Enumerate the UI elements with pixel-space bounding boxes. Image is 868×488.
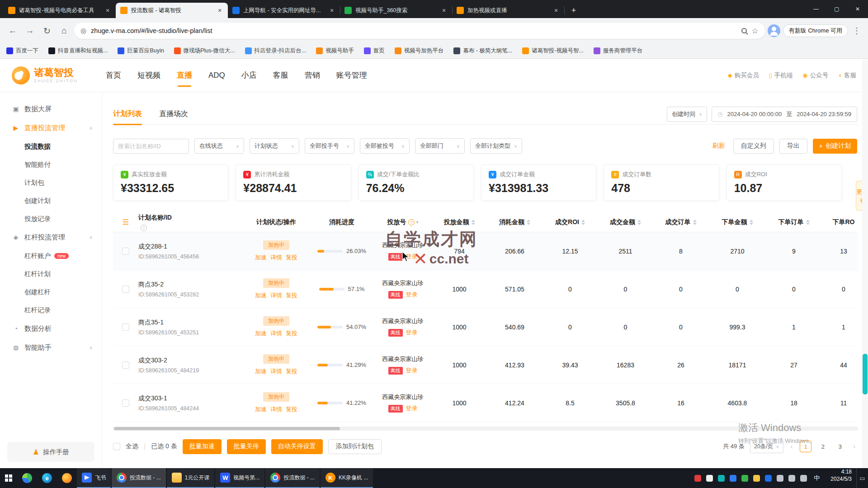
taskbar-app-folder[interactable]: 1元公开课 — [167, 468, 215, 488]
sort-icon[interactable] — [637, 220, 641, 225]
reload-icon[interactable]: ↻ — [40, 23, 54, 38]
row-checkbox[interactable] — [122, 361, 129, 369]
new-tab-button[interactable]: + — [568, 6, 580, 15]
tab-close-icon[interactable]: ✕ — [440, 8, 448, 14]
tray-icon[interactable] — [718, 475, 725, 482]
add-to-package-button[interactable]: 添加到计划包 — [328, 439, 382, 454]
reinvest-link[interactable]: 复投 — [286, 291, 297, 300]
tab-close-icon[interactable]: ✕ — [552, 8, 560, 14]
nav-account-management[interactable]: 账号管理 — [336, 59, 367, 92]
scrollbar-thumb[interactable] — [114, 427, 340, 430]
bookmark-item[interactable]: 视频号助手 — [316, 47, 354, 55]
reinvest-link[interactable]: 复投 — [286, 329, 297, 338]
tray-icon[interactable] — [800, 475, 807, 482]
official-account-link[interactable]: ◉公众号 — [802, 71, 828, 80]
tab-close-icon[interactable]: ✕ — [104, 8, 111, 14]
sort-icon[interactable] — [750, 220, 753, 225]
sidebar-item-lever-account[interactable]: 杠杆账户 new — [0, 247, 102, 265]
bookmark-item[interactable]: 微现场Plus-微信大... — [174, 47, 235, 55]
nav-adq[interactable]: ADQ — [208, 59, 225, 92]
sidebar-group-lever-delivery[interactable]: ◈ 杠杆投流管理 ∧ — [0, 228, 102, 247]
page-button-2[interactable]: 2 — [817, 441, 829, 452]
info-icon[interactable]: ? — [141, 225, 147, 231]
back-icon[interactable]: ← — [5, 23, 20, 38]
taskbar-app-pinned[interactable] — [17, 468, 37, 488]
reinvest-link[interactable]: 复投 — [286, 253, 297, 262]
sidebar-item-create-plan[interactable]: 创建计划 — [0, 192, 102, 210]
select-all-checkbox[interactable] — [113, 443, 120, 450]
info-icon[interactable]: ? — [408, 219, 415, 225]
table-row[interactable]: 成交303-2 ID:5896261005_484219 加热中 加速 详情 复… — [113, 346, 858, 384]
nav-short-video[interactable]: 短视频 — [137, 59, 160, 92]
detail-link[interactable]: 详情 — [270, 253, 282, 262]
browser-tab[interactable]: 加热视频或直播 ✕ — [452, 3, 564, 18]
search-input[interactable] — [113, 139, 189, 154]
bookmark-item[interactable]: 百度一下 — [6, 47, 38, 55]
taskbar-app-feishu[interactable]: 飞书 — [77, 468, 111, 488]
tray-icon[interactable] — [765, 475, 772, 482]
row-checkbox[interactable] — [122, 399, 129, 407]
table-row[interactable]: 成交303-1 ID:5896261005_484244 加热中 加速 详情 复… — [113, 384, 858, 422]
sidebar-item-smart-compensation[interactable]: 智能赔付 — [0, 155, 102, 174]
browser-tab[interactable]: 视频号助手_360搜索 ✕ — [340, 3, 452, 18]
tray-icon[interactable] — [706, 475, 713, 482]
minimize-button[interactable]: — — [806, 0, 826, 18]
vertical-scrollbar[interactable] — [862, 59, 868, 468]
table-row[interactable]: 商点35-2 ID:5896261005_453282 加热中 加速 详情 复投… — [113, 270, 858, 308]
start-button[interactable] — [0, 468, 17, 488]
url-text[interactable]: zhuge.v-ma.com/#/live-studio/live-plan/l… — [91, 27, 737, 34]
create-plan-button[interactable]: +创建计划 — [813, 139, 857, 154]
bookmark-item[interactable]: 抖音直播和短视频... — [48, 47, 108, 55]
taskbar-app-edge[interactable]: e — [37, 468, 57, 488]
plan-status-select[interactable]: 计划状态∨ — [250, 138, 299, 154]
maximize-button[interactable]: ▢ — [826, 0, 847, 18]
sidebar-item-data-analysis[interactable]: ◔ 数据分析 — [0, 319, 102, 338]
reinvest-link[interactable]: 复投 — [286, 367, 297, 375]
online-status-select[interactable]: 在线状态∨ — [194, 138, 244, 154]
detail-link[interactable]: 详情 — [270, 367, 282, 375]
date-range-picker[interactable]: ◷ 2024-04-20 00:00:00 至 2024-04-20 23:59… — [712, 107, 857, 122]
table-row[interactable]: 商点35-1 ID:5896261005_453251 加热中 加速 详情 复投… — [113, 308, 858, 346]
row-checkbox[interactable] — [122, 286, 129, 293]
accelerate-link[interactable]: 加速 — [255, 253, 267, 262]
date-type-select[interactable]: 创建时间∨ — [667, 107, 707, 122]
tab-close-icon[interactable]: ✕ — [216, 8, 223, 14]
department-select[interactable]: 全部部门∨ — [415, 138, 465, 154]
scrollbar-thumb[interactable] — [863, 354, 868, 394]
bookmark-item[interactable]: 视频号加热平台 — [395, 47, 444, 55]
bookmark-star-icon[interactable]: ☆ — [751, 26, 758, 36]
login-link[interactable]: 登录 — [406, 291, 418, 299]
taskbar-app-firefox[interactable] — [57, 468, 77, 488]
action-center-icon[interactable]: ▭ — [856, 468, 868, 488]
taskbar-clock[interactable]: 4:18 2024/5/3 — [826, 468, 856, 488]
taskbar-app-wps[interactable]: W视频号第... — [215, 468, 264, 488]
bookmark-item[interactable]: 服务商管理平台 — [594, 47, 643, 55]
browser-tab[interactable]: 上网导航 - 安全实用的网址导... ✕ — [228, 3, 340, 18]
refresh-button[interactable]: 刷新 — [712, 142, 725, 150]
nav-home[interactable]: 首页 — [106, 59, 121, 92]
sort-icon[interactable] — [581, 220, 585, 225]
service-link[interactable]: ◖客服 — [838, 71, 856, 80]
batch-stop-button[interactable]: 批量关停 — [227, 439, 266, 454]
sort-icon[interactable] — [472, 220, 475, 225]
accelerate-link[interactable]: 加速 — [255, 329, 267, 338]
zoom-search-icon[interactable] — [741, 28, 747, 33]
app-logo[interactable]: 诸葛智投 ZHUGE ZHITOU — [12, 66, 98, 84]
sidebar-item-create-lever[interactable]: 创建杠杆 — [0, 283, 102, 301]
bookmark-item[interactable]: 巨量百应Buyin — [118, 47, 164, 55]
sidebar-item-plan-package[interactable]: 计划包 — [0, 174, 102, 192]
auto-stop-settings-button[interactable]: 自动关停设置 — [271, 439, 323, 454]
login-link[interactable]: 登录 — [406, 366, 418, 375]
forward-icon[interactable]: → — [23, 23, 37, 38]
taskbar-app-kk-recorder[interactable]: KKK录像机 ... — [321, 468, 373, 488]
profile-avatar[interactable] — [768, 24, 780, 37]
mobile-link[interactable]: ▯手机端 — [769, 71, 793, 80]
taskbar-app-chrome-2[interactable]: 投流数据 - ... — [265, 468, 320, 488]
bookmark-item[interactable]: 幕布 - 极简大纲笔... — [453, 47, 512, 55]
nav-marketing[interactable]: 营销 — [305, 59, 320, 92]
reinvest-link[interactable]: 复投 — [286, 405, 297, 413]
close-button[interactable]: ✕ — [847, 0, 868, 18]
sidebar-item-delivery-data[interactable]: 投流数据 — [0, 137, 102, 155]
nav-shop[interactable]: 小店 — [241, 59, 257, 92]
site-info-icon[interactable]: ◎ — [80, 27, 86, 35]
